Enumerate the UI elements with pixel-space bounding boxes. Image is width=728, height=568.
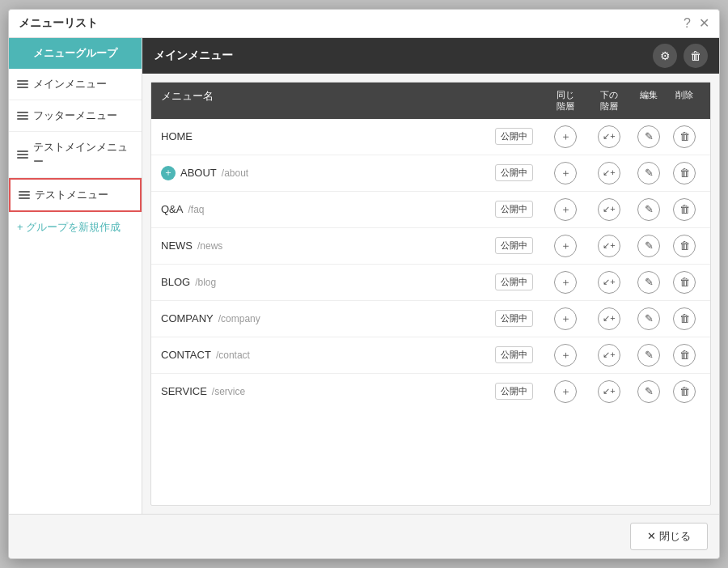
delete-btn[interactable]: 🗑 [673,271,696,294]
col-status-header [485,89,542,112]
delete-btn[interactable]: 🗑 [673,307,696,330]
menu-title: SERVICE [161,385,207,397]
lower-level-btn[interactable]: ↙+ [598,380,620,403]
menu-path: /faq [188,204,204,215]
delete-btn[interactable]: 🗑 [673,235,696,257]
sidebar-item-main-menu[interactable]: メインメニュー [9,69,142,100]
menu-name-home: HOME [161,130,482,142]
status-badge: 公開中 [495,201,533,218]
sidebar-item-test-main-menu[interactable]: テストメインメニュー [9,132,142,178]
menu-title: COMPANY [161,312,214,324]
same-level-btn[interactable]: ＋ [554,235,577,257]
close-dialog-icon[interactable]: ✕ [699,17,709,30]
same-level-btn[interactable]: ＋ [554,198,577,221]
col-same-level-header: 同じ階層 [545,89,586,112]
lower-level-btn[interactable]: ↙+ [598,162,620,184]
hamburger-icon [17,112,28,120]
same-level-btn[interactable]: ＋ [554,271,577,294]
main-header-actions: ⚙ 🗑 [653,44,708,68]
table-row: ＋ ABOUT /about 公開中 ＋ ↙+ ✎ 🗑 [151,155,710,192]
help-icon[interactable]: ? [684,17,691,30]
lower-level-btn[interactable]: ↙+ [598,307,620,330]
dialog-title: メニューリスト [19,16,98,31]
same-level-btn[interactable]: ＋ [554,344,577,367]
table-header: メニュー名 同じ階層 下の階層 編集 削除 [151,83,710,119]
hamburger-icon [19,191,30,199]
menu-path: /blog [195,277,216,288]
col-menu-name: メニュー名 [161,89,482,112]
main-area: メインメニュー ⚙ 🗑 メニュー名 同じ階層 下の階層 編集 削除 [142,38,719,514]
status-badge: 公開中 [495,383,533,400]
status-badge: 公開中 [495,164,533,181]
lower-level-btn[interactable]: ↙+ [598,125,620,148]
delete-btn[interactable]: 🗑 [673,198,696,221]
menu-path: /news [197,240,222,252]
menu-path: /contact [216,350,250,361]
sidebar-item-footer-menu[interactable]: フッターメニュー [9,100,142,132]
edit-btn[interactable]: ✎ [637,271,660,294]
col-delete-header: 削除 [668,89,700,112]
edit-btn[interactable]: ✎ [637,198,660,221]
hamburger-icon [17,150,28,159]
same-level-btn[interactable]: ＋ [554,380,577,403]
edit-btn[interactable]: ✎ [637,307,660,330]
lower-level-btn[interactable]: ↙+ [598,271,620,294]
menu-name-about: ＋ ABOUT /about [161,166,482,180]
sidebar-item-test-menu[interactable]: テストメニュー [9,178,142,212]
edit-btn[interactable]: ✎ [637,235,660,257]
close-button[interactable]: ✕ 閉じる [630,523,708,550]
sidebar-item-label: テストメインメニュー [33,140,133,169]
menu-name-service: SERVICE /service [161,385,482,397]
lower-level-btn[interactable]: ↙+ [598,344,620,367]
col-lower-level-header: 下の階層 [589,89,629,112]
titlebar-actions: ? ✕ [684,17,709,30]
hamburger-icon [17,80,28,88]
delete-btn[interactable]: 🗑 [673,125,696,148]
menu-name-qa: Q&A /faq [161,203,482,215]
table-row: Q&A /faq 公開中 ＋ ↙+ ✎ 🗑 [151,192,710,228]
sidebar-item-label: フッターメニュー [33,108,117,123]
same-level-btn[interactable]: ＋ [554,307,577,330]
table-row: SERVICE /service 公開中 ＋ ↙+ ✎ 🗑 [151,374,710,409]
menu-title: BLOG [161,276,190,288]
delete-btn[interactable]: 🗑 [673,344,696,367]
table-row: BLOG /blog 公開中 ＋ ↙+ ✎ 🗑 [151,265,710,301]
menu-name-company: COMPANY /company [161,312,482,324]
main-header-title: メインメニュー [154,49,233,63]
edit-btn[interactable]: ✎ [637,125,660,148]
lower-level-btn[interactable]: ↙+ [598,235,620,257]
menu-path: /service [212,386,245,397]
menu-title: CONTACT [161,349,211,361]
lower-level-btn[interactable]: ↙+ [598,198,620,221]
dialog-titlebar: メニューリスト ? ✕ [9,10,719,38]
status-cell: 公開中 [485,128,542,145]
delete-btn[interactable]: 🗑 [673,162,696,184]
sidebar-item-label: テストメニュー [35,188,108,202]
edit-btn[interactable]: ✎ [637,344,660,367]
status-badge: 公開中 [495,310,533,327]
menu-title: NEWS [161,239,193,252]
add-group-button[interactable]: + グループを新規作成 [9,212,142,243]
delete-btn[interactable]: 🗑 [673,380,696,403]
menu-path: /about [222,167,248,179]
menu-name-blog: BLOG /blog [161,276,482,288]
main-header: メインメニュー ⚙ 🗑 [142,38,719,74]
menu-title: HOME [161,130,193,142]
same-level-btn[interactable]: ＋ [554,162,577,184]
expand-icon[interactable]: ＋ [161,166,176,180]
col-edit-header: 編集 [633,89,665,112]
status-badge: 公開中 [495,128,533,145]
status-badge: 公開中 [495,237,533,254]
delete-button[interactable]: 🗑 [684,44,708,68]
dialog-footer: ✕ 閉じる [9,514,719,558]
dialog-body: メニューグループ メインメニュー フッターメニュー テストメインメニュー [9,38,719,514]
table-row: CONTACT /contact 公開中 ＋ ↙+ ✎ 🗑 [151,337,710,374]
status-badge: 公開中 [495,346,533,363]
edit-btn[interactable]: ✎ [637,380,660,403]
settings-button[interactable]: ⚙ [653,44,677,68]
same-level-btn[interactable]: ＋ [554,125,577,148]
menu-title: ABOUT [180,167,217,179]
sidebar: メニューグループ メインメニュー フッターメニュー テストメインメニュー [9,38,142,514]
edit-btn[interactable]: ✎ [637,162,660,184]
table-row: NEWS /news 公開中 ＋ ↙+ ✎ 🗑 [151,228,710,265]
